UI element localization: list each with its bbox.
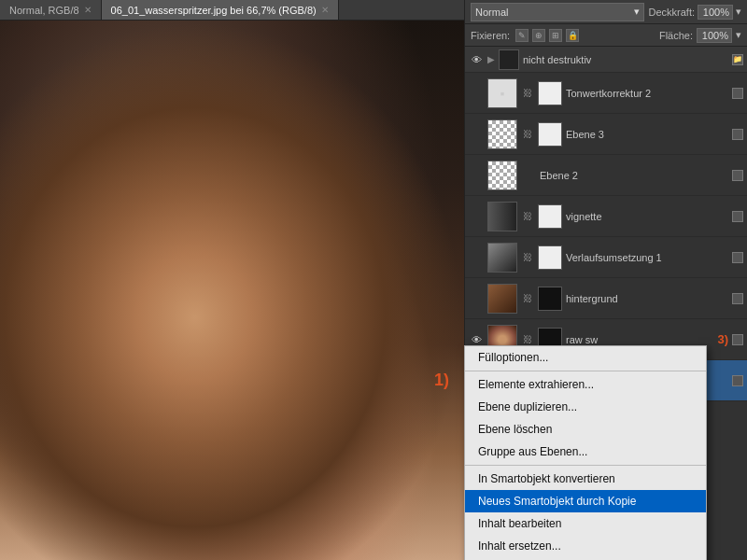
menu-item-smartobjekt-label: In Smartobjekt konvertieren	[478, 472, 615, 485]
eye-tonwert[interactable]	[469, 86, 484, 101]
menu-item-smartobjekt[interactable]: In Smartobjekt konvertieren	[465, 468, 706, 490]
annotation-label-1: 1)	[434, 371, 449, 390]
chain-ebene3: ⛓	[521, 128, 534, 141]
name-verlauf: Verlaufsumsetzung 1	[566, 252, 728, 263]
layer-ebene3[interactable]: ⛓ Ebene 3	[465, 114, 747, 155]
corner-verlauf	[732, 252, 743, 263]
layer-tonwert[interactable]: ▪ ⛓ Tonwertkorrektur 2	[465, 73, 747, 114]
flache-row: Fläche: 100% ▾	[659, 28, 741, 43]
group-corner: 📁	[732, 54, 743, 65]
menu-item-neues-smart-label: Neues Smartobjekt durch Kopie	[478, 495, 636, 508]
thumb-vignette	[487, 202, 517, 231]
layer-ebene2[interactable]: Ebene 2	[465, 155, 747, 196]
layer-vignette[interactable]: ⛓ vignette	[465, 196, 747, 237]
menu-item-fulloptionen[interactable]: Fülloptionen...	[465, 346, 706, 369]
opacity-arrow: ▾	[736, 6, 741, 18]
menu-item-gruppe[interactable]: Gruppe aus Ebenen...	[465, 441, 706, 463]
eye-ebene3[interactable]	[469, 127, 484, 142]
tab-bar: Normal, RGB/8 ✕ 06_01_wasserspritzer.jpg…	[0, 0, 464, 21]
name-ebene3: Ebene 3	[566, 129, 728, 140]
blend-mode-bar: Normal ▾ Deckkraft: 100% ▾	[465, 0, 747, 24]
thumb-verlauf	[487, 243, 517, 273]
menu-item-duplizieren[interactable]: Ebene duplizieren...	[465, 396, 706, 418]
menu-item-fulloptionen-label: Fülloptionen...	[478, 351, 548, 364]
menu-item-loeschen-label: Ebene löschen	[478, 423, 552, 436]
group-thumb	[499, 49, 519, 70]
fix-label: Fixieren:	[471, 30, 510, 41]
corner-rawsw-copy	[732, 375, 743, 386]
eye-ebene2[interactable]	[469, 168, 484, 183]
eye-vignette[interactable]	[469, 209, 484, 224]
mask-verlauf	[538, 245, 562, 270]
tab-1[interactable]: Normal, RGB/8 ✕	[0, 0, 102, 20]
eye-verlauf[interactable]	[469, 250, 484, 265]
thumb-ebene3	[487, 119, 517, 149]
canvas-image: 1)	[0, 21, 464, 560]
opacity-value: 100%	[703, 7, 729, 18]
opacity-input[interactable]: 100%	[698, 5, 733, 20]
menu-item-inhalt-bearbeiten[interactable]: Inhalt bearbeiten	[465, 512, 706, 535]
tab-2-close[interactable]: ✕	[321, 5, 329, 15]
mask-hintergrund	[538, 287, 562, 311]
layer-hintergrund[interactable]: ⛓ hintergrund	[465, 278, 747, 319]
fix-bar: Fixieren: ✎ ⊕ ⊞ 🔒 Fläche: 100% ▾	[465, 24, 747, 47]
thumb-ebene2	[487, 161, 517, 190]
menu-item-inhalt-ersetzen[interactable]: Inhalt ersetzen...	[465, 535, 706, 557]
mask-tonwert	[538, 81, 562, 105]
chain-tonwert: ⛓	[521, 87, 534, 100]
blend-mode-select[interactable]: Normal ▾	[471, 3, 644, 21]
corner-ebene2	[732, 170, 743, 181]
fix-icon-1[interactable]: ✎	[515, 29, 529, 42]
tab-1-close[interactable]: ✕	[84, 5, 92, 15]
layer-group-nicht-destruktiv[interactable]: 👁 ▶ nicht destruktiv 📁	[465, 47, 747, 73]
menu-item-inhalt-bearbeiten-label: Inhalt bearbeiten	[478, 517, 561, 530]
tab-1-label: Normal, RGB/8	[9, 5, 79, 16]
thumb-tonwert: ▪	[487, 78, 517, 108]
flache-label: Fläche:	[659, 30, 693, 41]
flache-input[interactable]: 100%	[697, 28, 732, 43]
name-rawsw: raw sw	[566, 334, 713, 345]
chain-vignette: ⛓	[521, 210, 534, 223]
menu-item-loeschen[interactable]: Ebene löschen	[465, 418, 706, 441]
menu-separator-2	[465, 465, 706, 466]
annotation-3: 3)	[717, 332, 728, 346]
blend-mode-arrow: ▾	[634, 6, 640, 18]
canvas-area: Normal, RGB/8 ✕ 06_01_wasserspritzer.jpg…	[0, 0, 464, 560]
eye-icon-group[interactable]: 👁	[469, 52, 484, 67]
menu-item-inhalt-ersetzen-label: Inhalt ersetzen...	[478, 539, 561, 553]
layer-verlauf[interactable]: ⛓ Verlaufsumsetzung 1	[465, 237, 747, 278]
fix-icons: ✎ ⊕ ⊞ 🔒	[515, 29, 579, 42]
face-layer	[0, 21, 464, 560]
corner-hintergrund	[732, 293, 743, 304]
tab-2[interactable]: 06_01_wasserspritzer.jpg bei 66,7% (RGB/…	[102, 0, 339, 20]
corner-vignette	[732, 211, 743, 222]
name-ebene2: Ebene 2	[540, 170, 728, 181]
name-hintergrund: hintergrund	[566, 293, 728, 304]
opacity-row: Deckkraft: 100% ▾	[648, 5, 741, 20]
menu-item-neues-smart[interactable]: Neues Smartobjekt durch Kopie	[465, 490, 706, 512]
group-arrow: ▶	[487, 54, 495, 64]
context-menu: Fülloptionen... Elemente extrahieren... …	[464, 345, 707, 560]
fix-icon-3[interactable]: ⊞	[549, 29, 562, 42]
name-tonwert: Tonwertkorrektur 2	[566, 88, 728, 99]
tab-2-label: 06_01_wasserspritzer.jpg bei 66,7% (RGB/…	[111, 5, 317, 16]
menu-separator-1	[465, 371, 706, 371]
fix-icon-2[interactable]: ⊕	[532, 29, 545, 42]
eye-hintergrund[interactable]	[469, 291, 484, 306]
group-name: nicht destruktiv	[523, 54, 728, 65]
menu-item-gruppe-label: Gruppe aus Ebenen...	[478, 445, 587, 458]
mask-ebene3	[538, 122, 562, 147]
fix-icon-4[interactable]: 🔒	[566, 29, 579, 42]
opacity-label: Deckkraft:	[648, 7, 695, 18]
thumb-hintergrund	[487, 284, 517, 314]
flache-arrow: ▾	[736, 29, 741, 41]
corner-tonwert	[732, 88, 743, 99]
corner-ebene3	[732, 129, 743, 140]
blend-mode-value: Normal	[475, 7, 508, 18]
mask-vignette	[538, 204, 562, 229]
menu-item-duplizieren-label: Ebene duplizieren...	[478, 400, 577, 413]
menu-item-elemente-label: Elemente extrahieren...	[478, 378, 594, 391]
menu-item-elemente[interactable]: Elemente extrahieren...	[465, 373, 706, 396]
chain-hintergrund: ⛓	[521, 292, 534, 305]
name-vignette: vignette	[566, 211, 728, 222]
